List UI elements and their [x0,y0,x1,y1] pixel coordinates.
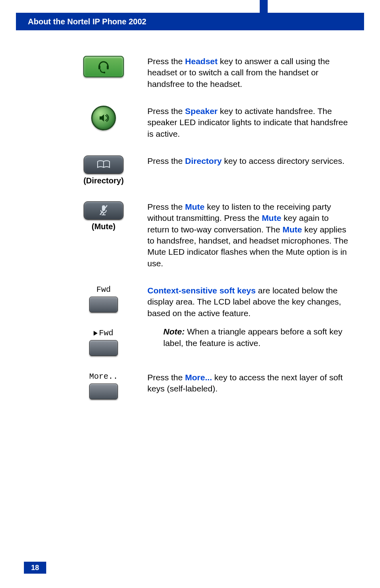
softkey-more-icon [89,383,118,399]
page-number: 18 [24,562,46,574]
mute-key-icon [84,201,123,220]
header-title: About the Nortel IP Phone 2002 [28,17,146,26]
softkeys-desc: Context-sensitive soft keys are located … [147,285,348,349]
row-more: More.. Press the More... key to access t… [60,372,348,399]
kw-softkeys: Context-sensitive soft keys [147,286,256,295]
softkey-label-fwd: Fwd [96,285,111,294]
row-speaker: Press the Speaker key to activate handsf… [60,106,348,140]
kw-headset: Headset [185,57,218,66]
svg-rect-1 [107,65,109,69]
row-mute: (Mute) Press the Mute key to listen to t… [60,201,348,269]
note-label: Note: [163,327,185,336]
kw-more: More... [185,373,212,382]
mute-desc: Press the Mute key to listen to the rece… [147,201,348,269]
active-triangle-icon [94,331,98,336]
headset-key-icon [83,56,124,77]
softkey-icon [89,297,118,313]
svg-rect-0 [98,65,100,69]
svg-marker-3 [100,114,104,122]
directory-key-icon [84,155,123,174]
kw-mute-3: Mute [282,225,302,234]
headset-desc: Press the Headset key to answer a call u… [147,56,348,90]
more-desc: Press the More... key to access the next… [147,372,348,395]
kw-directory: Directory [185,156,222,165]
header-stripe: About the Nortel IP Phone 2002 [16,13,364,30]
speaker-desc: Press the Speaker key to activate handsf… [147,106,348,140]
directory-desc: Press the Directory key to access direct… [147,155,348,167]
row-softkeys: Fwd Fwd Context-sensitive soft keys are … [60,285,348,356]
mute-caption: (Mute) [92,222,116,231]
softkey-label-more: More.. [89,372,118,381]
row-headset: Press the Headset key to answer a call u… [60,56,348,90]
kw-mute-2: Mute [262,213,281,222]
svg-point-2 [104,72,105,73]
directory-caption: (Directory) [83,176,123,185]
softkey-label-fwd-active: Fwd [94,328,113,338]
softkey-active-icon [89,340,118,356]
kw-mute-1: Mute [185,202,205,211]
header-accent-bar [260,0,268,13]
row-directory: (Directory) Press the Directory key to a… [60,155,348,185]
softkeys-note: Note: When a triangle appears before a s… [163,326,348,349]
kw-speaker: Speaker [185,106,218,116]
speaker-key-icon [91,106,116,130]
